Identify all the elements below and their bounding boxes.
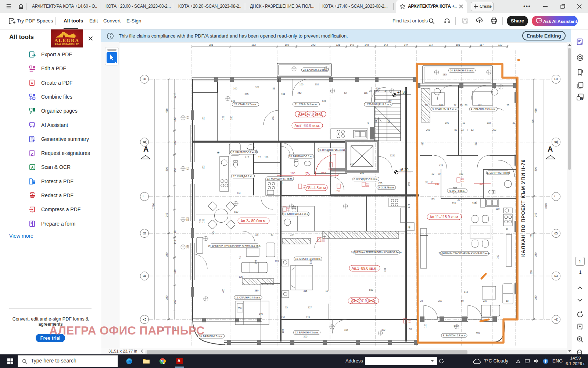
svg-text:Д: Д <box>142 141 147 144</box>
svg-text:✳: ✳ <box>217 151 220 155</box>
svg-text:70: 70 <box>431 181 433 184</box>
svg-text:12: 12 <box>258 156 261 159</box>
svg-text:302: 302 <box>487 121 491 124</box>
svg-text:Ап.1–89.0 кв.м.: Ап.1–89.0 кв.м. <box>352 266 377 270</box>
svg-text:Ап.2– 80.0кв.м.: Ап.2– 80.0кв.м. <box>241 219 266 223</box>
svg-text:19. ПРЕДДВЕРИЕ-3.3 кв: 19. ПРЕДДВЕРИЕ-3.3 кв <box>318 149 346 152</box>
svg-text:24: 24 <box>420 300 423 302</box>
svg-text:Ам7–63.6 кв.м.: Ам7–63.6 кв.м. <box>294 124 320 128</box>
svg-text:142: 142 <box>384 43 388 46</box>
svg-text:558: 558 <box>369 289 373 291</box>
svg-text:628: 628 <box>322 99 326 102</box>
svg-text:103: 103 <box>275 260 279 262</box>
svg-text:✳: ✳ <box>367 121 370 125</box>
svg-text:80: 80 <box>454 128 457 131</box>
svg-text:180: 180 <box>435 183 440 185</box>
svg-text:23. БАЛКОН-2.1 кв.м.: 23. БАЛКОН-2.1 кв.м. <box>303 68 327 71</box>
svg-text:6. WC- 4 кв.м.: 6. WC- 4 кв.м. <box>449 190 465 192</box>
svg-text:166: 166 <box>173 269 176 274</box>
svg-text:15: 15 <box>460 104 463 106</box>
svg-text:А: А <box>548 145 553 153</box>
svg-text:15. СПАЛНЯ-14.4 кв.м.: 15. СПАЛНЯ-14.4 кв.м. <box>235 296 261 299</box>
svg-text:224: 224 <box>290 233 294 236</box>
svg-text:142: 142 <box>173 240 176 244</box>
svg-text:13. КОРИДОР 6.7 кв.м.: 13. КОРИДОР 6.7 кв.м. <box>267 177 293 180</box>
svg-text:125: 125 <box>239 276 243 278</box>
svg-text:152: 152 <box>281 316 285 319</box>
svg-text:220: 220 <box>452 202 456 205</box>
svg-text:301: 301 <box>445 121 449 124</box>
svg-text:530: 530 <box>234 210 239 213</box>
svg-text:35: 35 <box>173 230 176 233</box>
svg-text:68: 68 <box>506 300 509 302</box>
svg-text:140: 140 <box>186 247 189 249</box>
svg-text:100Д: 100Д <box>328 168 333 170</box>
svg-text:30: 30 <box>512 121 515 124</box>
svg-text:280: 280 <box>165 296 168 300</box>
svg-text:242: 242 <box>311 43 316 46</box>
svg-text:Ап.11–118.9 кв.м.: Ап.11–118.9 кв.м. <box>430 215 459 219</box>
svg-text:102: 102 <box>285 43 289 46</box>
svg-text:410: 410 <box>165 109 168 113</box>
svg-text:59: 59 <box>409 328 412 330</box>
svg-text:180: 180 <box>388 99 392 102</box>
svg-text:50: 50 <box>465 104 467 106</box>
svg-text:126: 126 <box>336 43 340 46</box>
svg-text:25: 25 <box>305 171 309 175</box>
svg-text:14. ДНЕВНА+ ТРАПЕЗАРИЯ+ КУХНЯ: 14. ДНЕВНА+ ТРАПЕЗАРИЯ+ КУХНЯ 35.5 кв.м. <box>208 244 261 247</box>
svg-text:102: 102 <box>408 182 410 186</box>
svg-text:22: 22 <box>431 173 434 175</box>
svg-text:323: 323 <box>387 119 390 123</box>
svg-text:А1–207.9 кв.м.: А1–207.9 кв.м. <box>351 299 376 303</box>
svg-text:615: 615 <box>464 290 468 293</box>
svg-text:280: 280 <box>230 116 233 120</box>
svg-text:410: 410 <box>534 109 537 113</box>
svg-text:245: 245 <box>534 213 537 217</box>
svg-text:7. ДНЕВНА+ ТРАПЕЗАРИЯ+ КУХНЯ-4: 7. ДНЕВНА+ ТРАПЕЗАРИЯ+ КУХНЯ-48.3 кв.м. <box>439 252 491 255</box>
svg-text:186: 186 <box>456 43 460 46</box>
svg-text:485: 485 <box>421 141 424 145</box>
svg-text:128: 128 <box>255 233 259 236</box>
svg-text:334: 334 <box>281 93 285 95</box>
svg-text:83: 83 <box>272 87 275 90</box>
svg-text:1. СТЪЛБИЩЕ-14.6 кв.м.: 1. СТЪЛБИЩЕ-14.6 кв.м. <box>364 103 392 106</box>
svg-text:280: 280 <box>530 233 533 237</box>
svg-text:КАЛКАН ПО ПРОЕКТ КЪМ УПИ II-78: КАЛКАН ПО ПРОЕКТ КЪМ УПИ II-78 <box>520 159 526 256</box>
svg-text:200: 200 <box>322 240 325 242</box>
svg-text:285: 285 <box>209 43 213 46</box>
svg-text:12: 12 <box>325 290 328 292</box>
svg-text:173: 173 <box>408 204 410 208</box>
svg-text:250: 250 <box>238 307 242 309</box>
svg-text:2. КОРИДОР-7.5 кв.м.: 2. КОРИДОР-7.5 кв.м. <box>354 178 378 181</box>
svg-text:100: 100 <box>259 312 263 315</box>
svg-text:780: 780 <box>496 255 499 259</box>
svg-text:142: 142 <box>350 43 354 46</box>
svg-text:5. БАНЯ+WC-4 кв.м: 5. БАНЯ+WC-4 кв.м <box>487 171 509 174</box>
svg-text:200: 200 <box>366 185 369 187</box>
svg-text:60: 60 <box>425 104 428 106</box>
svg-text:235: 235 <box>379 182 383 184</box>
svg-text:335: 335 <box>329 78 333 81</box>
svg-text:305: 305 <box>476 332 480 335</box>
svg-text:13: 13 <box>461 128 464 131</box>
svg-text:227: 227 <box>308 306 312 309</box>
svg-text:Г: Г <box>142 195 147 198</box>
svg-text:Б: Б <box>554 275 558 277</box>
svg-text:360: 360 <box>165 167 168 171</box>
svg-text:183: 183 <box>173 141 176 145</box>
svg-text:Е: Е <box>142 78 147 80</box>
svg-text:А: А <box>554 318 558 321</box>
svg-text:142: 142 <box>173 117 176 122</box>
svg-text:152: 152 <box>222 116 225 120</box>
svg-text:152: 152 <box>202 165 205 169</box>
svg-text:305: 305 <box>304 335 308 338</box>
svg-text:11. БАНЯ+WC-4.2 кв.м: 11. БАНЯ+WC-4.2 кв.м <box>283 213 309 215</box>
svg-text:360: 360 <box>534 167 537 171</box>
svg-text:24. БАЛКОН-4.5 кв.м.: 24. БАЛКОН-4.5 кв.м. <box>450 69 474 72</box>
svg-text:213: 213 <box>350 163 354 165</box>
svg-text:75: 75 <box>475 201 477 204</box>
svg-text:75: 75 <box>506 104 509 106</box>
svg-text:150: 150 <box>282 329 284 333</box>
svg-text:209: 209 <box>426 128 430 131</box>
svg-text:140: 140 <box>186 219 189 221</box>
